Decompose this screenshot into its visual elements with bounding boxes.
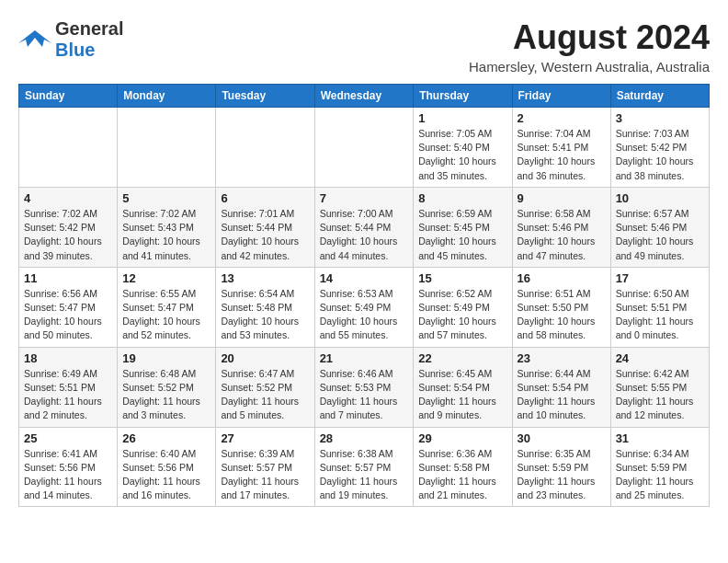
table-row: 13Sunrise: 6:54 AM Sunset: 5:48 PM Dayli… bbox=[216, 267, 314, 347]
day-info: Sunrise: 6:44 AM Sunset: 5:54 PM Dayligh… bbox=[518, 367, 606, 423]
logo: General Blue bbox=[18, 18, 123, 61]
table-row: 25Sunrise: 6:41 AM Sunset: 5:56 PM Dayli… bbox=[19, 427, 118, 507]
table-row: 5Sunrise: 7:02 AM Sunset: 5:43 PM Daylig… bbox=[118, 187, 216, 267]
day-info: Sunrise: 6:35 AM Sunset: 5:59 PM Dayligh… bbox=[518, 447, 606, 503]
table-row: 19Sunrise: 6:48 AM Sunset: 5:52 PM Dayli… bbox=[118, 347, 216, 427]
table-row: 7Sunrise: 7:00 AM Sunset: 5:44 PM Daylig… bbox=[314, 187, 414, 267]
calendar-week-row: 11Sunrise: 6:56 AM Sunset: 5:47 PM Dayli… bbox=[19, 267, 710, 347]
day-info: Sunrise: 6:54 AM Sunset: 5:48 PM Dayligh… bbox=[221, 287, 309, 343]
day-info: Sunrise: 7:04 AM Sunset: 5:41 PM Dayligh… bbox=[518, 127, 606, 183]
day-number: 13 bbox=[221, 271, 309, 285]
day-number: 9 bbox=[518, 191, 606, 205]
day-number: 8 bbox=[418, 191, 506, 205]
day-number: 19 bbox=[122, 351, 210, 365]
day-number: 23 bbox=[518, 351, 606, 365]
day-info: Sunrise: 6:55 AM Sunset: 5:47 PM Dayligh… bbox=[122, 287, 210, 343]
day-info: Sunrise: 6:46 AM Sunset: 5:53 PM Dayligh… bbox=[320, 367, 409, 423]
month-year: August 2024 bbox=[469, 18, 710, 57]
table-row bbox=[118, 108, 216, 188]
table-row: 31Sunrise: 6:34 AM Sunset: 5:59 PM Dayli… bbox=[610, 427, 709, 507]
table-row: 8Sunrise: 6:59 AM Sunset: 5:45 PM Daylig… bbox=[414, 187, 512, 267]
day-info: Sunrise: 7:02 AM Sunset: 5:43 PM Dayligh… bbox=[122, 207, 210, 263]
day-info: Sunrise: 6:49 AM Sunset: 5:51 PM Dayligh… bbox=[24, 367, 112, 423]
day-number: 25 bbox=[24, 431, 112, 445]
table-row: 3Sunrise: 7:03 AM Sunset: 5:42 PM Daylig… bbox=[610, 108, 709, 188]
table-row: 14Sunrise: 6:53 AM Sunset: 5:49 PM Dayli… bbox=[314, 267, 414, 347]
table-row: 29Sunrise: 6:36 AM Sunset: 5:58 PM Dayli… bbox=[414, 427, 512, 507]
day-info: Sunrise: 6:39 AM Sunset: 5:57 PM Dayligh… bbox=[221, 447, 309, 503]
table-row: 17Sunrise: 6:50 AM Sunset: 5:51 PM Dayli… bbox=[610, 267, 709, 347]
table-row: 24Sunrise: 6:42 AM Sunset: 5:55 PM Dayli… bbox=[610, 347, 709, 427]
title-block: August 2024 Hamersley, Western Australia… bbox=[469, 18, 710, 75]
day-info: Sunrise: 6:56 AM Sunset: 5:47 PM Dayligh… bbox=[24, 287, 112, 343]
day-info: Sunrise: 6:58 AM Sunset: 5:46 PM Dayligh… bbox=[518, 207, 606, 263]
day-number: 17 bbox=[616, 271, 704, 285]
logo-blue: Blue bbox=[55, 40, 95, 60]
table-row bbox=[216, 108, 314, 188]
col-sunday: Sunday bbox=[19, 85, 118, 108]
day-info: Sunrise: 6:47 AM Sunset: 5:52 PM Dayligh… bbox=[221, 367, 309, 423]
table-row: 20Sunrise: 6:47 AM Sunset: 5:52 PM Dayli… bbox=[216, 347, 314, 427]
day-info: Sunrise: 7:03 AM Sunset: 5:42 PM Dayligh… bbox=[616, 127, 704, 183]
calendar-table: Sunday Monday Tuesday Wednesday Thursday… bbox=[18, 84, 710, 507]
table-row: 9Sunrise: 6:58 AM Sunset: 5:46 PM Daylig… bbox=[512, 187, 610, 267]
day-number: 26 bbox=[122, 431, 210, 445]
day-info: Sunrise: 6:52 AM Sunset: 5:49 PM Dayligh… bbox=[418, 287, 506, 343]
table-row: 16Sunrise: 6:51 AM Sunset: 5:50 PM Dayli… bbox=[512, 267, 610, 347]
svg-marker-0 bbox=[18, 30, 51, 47]
table-row: 2Sunrise: 7:04 AM Sunset: 5:41 PM Daylig… bbox=[512, 108, 610, 188]
day-number: 14 bbox=[320, 271, 409, 285]
day-info: Sunrise: 6:51 AM Sunset: 5:50 PM Dayligh… bbox=[518, 287, 606, 343]
table-row bbox=[314, 108, 414, 188]
col-monday: Monday bbox=[118, 85, 216, 108]
day-info: Sunrise: 6:36 AM Sunset: 5:58 PM Dayligh… bbox=[418, 447, 506, 503]
day-number: 31 bbox=[616, 431, 704, 445]
table-row: 11Sunrise: 6:56 AM Sunset: 5:47 PM Dayli… bbox=[19, 267, 118, 347]
calendar-week-row: 18Sunrise: 6:49 AM Sunset: 5:51 PM Dayli… bbox=[19, 347, 710, 427]
day-number: 28 bbox=[320, 431, 409, 445]
day-info: Sunrise: 6:48 AM Sunset: 5:52 PM Dayligh… bbox=[122, 367, 210, 423]
day-number: 27 bbox=[221, 431, 309, 445]
logo-general: General bbox=[55, 18, 123, 39]
day-number: 5 bbox=[122, 191, 210, 205]
col-saturday: Saturday bbox=[610, 85, 709, 108]
day-info: Sunrise: 6:53 AM Sunset: 5:49 PM Dayligh… bbox=[320, 287, 409, 343]
day-info: Sunrise: 7:05 AM Sunset: 5:40 PM Dayligh… bbox=[418, 127, 506, 183]
table-row: 23Sunrise: 6:44 AM Sunset: 5:54 PM Dayli… bbox=[512, 347, 610, 427]
day-number: 6 bbox=[221, 191, 309, 205]
table-row bbox=[19, 108, 118, 188]
day-number: 22 bbox=[418, 351, 506, 365]
table-row: 18Sunrise: 6:49 AM Sunset: 5:51 PM Dayli… bbox=[19, 347, 118, 427]
table-row: 21Sunrise: 6:46 AM Sunset: 5:53 PM Dayli… bbox=[314, 347, 414, 427]
day-number: 4 bbox=[24, 191, 112, 205]
day-number: 1 bbox=[418, 111, 506, 125]
day-number: 3 bbox=[616, 111, 704, 125]
table-row: 6Sunrise: 7:01 AM Sunset: 5:44 PM Daylig… bbox=[216, 187, 314, 267]
table-row: 1Sunrise: 7:05 AM Sunset: 5:40 PM Daylig… bbox=[414, 108, 512, 188]
day-number: 24 bbox=[616, 351, 704, 365]
day-number: 10 bbox=[616, 191, 704, 205]
col-tuesday: Tuesday bbox=[216, 85, 314, 108]
day-number: 18 bbox=[24, 351, 112, 365]
day-number: 11 bbox=[24, 271, 112, 285]
calendar-week-row: 25Sunrise: 6:41 AM Sunset: 5:56 PM Dayli… bbox=[19, 427, 710, 507]
table-row: 22Sunrise: 6:45 AM Sunset: 5:54 PM Dayli… bbox=[414, 347, 512, 427]
day-info: Sunrise: 6:50 AM Sunset: 5:51 PM Dayligh… bbox=[616, 287, 704, 343]
table-row: 27Sunrise: 6:39 AM Sunset: 5:57 PM Dayli… bbox=[216, 427, 314, 507]
calendar-week-row: 1Sunrise: 7:05 AM Sunset: 5:40 PM Daylig… bbox=[19, 108, 710, 188]
day-number: 21 bbox=[320, 351, 409, 365]
table-row: 12Sunrise: 6:55 AM Sunset: 5:47 PM Dayli… bbox=[118, 267, 216, 347]
day-info: Sunrise: 6:57 AM Sunset: 5:46 PM Dayligh… bbox=[616, 207, 704, 263]
table-row: 26Sunrise: 6:40 AM Sunset: 5:56 PM Dayli… bbox=[118, 427, 216, 507]
day-number: 15 bbox=[418, 271, 506, 285]
col-thursday: Thursday bbox=[414, 85, 512, 108]
page-header: General Blue August 2024 Hamersley, West… bbox=[18, 18, 710, 75]
day-number: 7 bbox=[320, 191, 409, 205]
day-info: Sunrise: 6:40 AM Sunset: 5:56 PM Dayligh… bbox=[122, 447, 210, 503]
col-wednesday: Wednesday bbox=[314, 85, 414, 108]
table-row: 10Sunrise: 6:57 AM Sunset: 5:46 PM Dayli… bbox=[610, 187, 709, 267]
day-info: Sunrise: 7:02 AM Sunset: 5:42 PM Dayligh… bbox=[24, 207, 112, 263]
day-number: 2 bbox=[518, 111, 606, 125]
calendar-header-row: Sunday Monday Tuesday Wednesday Thursday… bbox=[19, 85, 710, 108]
day-info: Sunrise: 7:01 AM Sunset: 5:44 PM Dayligh… bbox=[221, 207, 309, 263]
